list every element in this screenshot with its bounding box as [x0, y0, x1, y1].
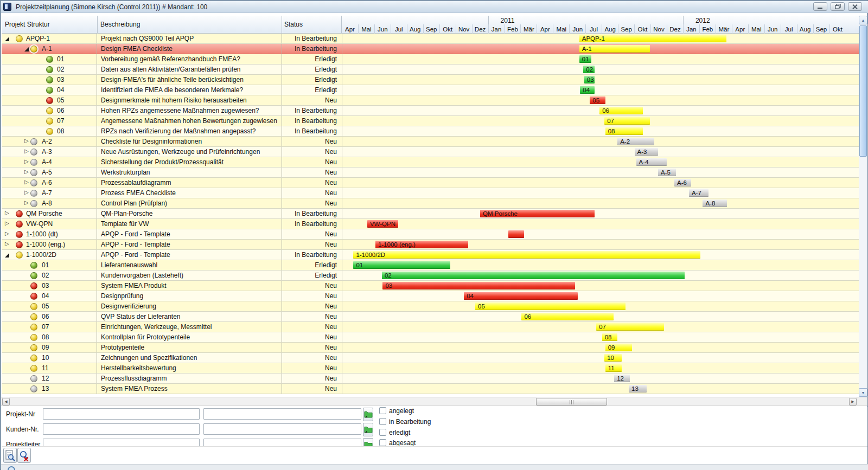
gantt-bar-10[interactable]: 10 — [604, 354, 621, 362]
scroll-down-button[interactable]: ▼ — [859, 388, 867, 397]
gantt-bar-1-1000-dt-[interactable] — [508, 230, 524, 238]
table-row-06[interactable]: 06QVP Status der LieferantenNeu06 — [2, 312, 859, 322]
gantt-bar-08[interactable]: 08 — [605, 127, 643, 135]
gantt-bar-1-1000-eng-[interactable]: 1-1000 (eng.) — [375, 241, 468, 248]
vertical-scrollbar-thumb[interactable] — [859, 25, 867, 157]
minimize-button[interactable] — [813, 2, 827, 11]
column-header-beschreibung[interactable]: Beschreibung — [100, 21, 140, 28]
column-header-status[interactable]: Status — [284, 21, 303, 28]
gantt-bar-05[interactable]: 05 — [475, 302, 626, 310]
table-row-03[interactable]: 03System FMEA ProduktNeu03 — [2, 281, 859, 291]
table-row-vw-qpn[interactable]: ▷VW-QPNTemplate für VWIn BearbeitungVW-Q… — [2, 219, 859, 229]
scroll-left-button[interactable]: ◀ — [2, 398, 10, 405]
table-row-05[interactable]: 05DesignverifizierungNeu05 — [2, 301, 859, 312]
gantt-bar-07[interactable]: 07 — [604, 117, 650, 125]
expand-toggle-icon[interactable]: ▷ — [5, 230, 9, 236]
table-row-a-1[interactable]: A-1Design FMEA ChecklisteIn BearbeitungA… — [2, 44, 859, 54]
table-row-04[interactable]: 04DesignprüfungNeu04 — [2, 291, 859, 301]
table-row-apqp-1[interactable]: APQP-1Projekt nach QS9000 Teil APQPIn Be… — [2, 34, 859, 44]
table-row-a-8[interactable]: ▷A-8Control Plan (Prüfplan)NeuA-8 — [2, 198, 859, 209]
expand-toggle-icon[interactable]: ▷ — [5, 210, 9, 216]
table-row-01[interactable]: 01Vorbereitung gemäß Referenzhandbuch FM… — [2, 54, 859, 65]
gantt-bar-07[interactable]: 07 — [596, 323, 663, 331]
checkbox-in-bearbeitung[interactable] — [379, 418, 386, 425]
table-row-1-1000-2d[interactable]: 1-1000/2DAPQP - Ford - TemplateIn Bearbe… — [2, 250, 859, 260]
table-row-1-1000-dt-[interactable]: ▷1-1000 (dt)APQP - Ford - TemplateNeu — [2, 229, 859, 240]
expand-toggle-icon[interactable]: ▷ — [24, 138, 29, 144]
gantt-bar-08[interactable]: 08 — [602, 333, 617, 341]
column-header-struktur[interactable]: Projekt Struktur — [5, 21, 50, 28]
table-row-09[interactable]: 09PrototypenteileNeu09 — [2, 343, 859, 353]
table-row-qm-porsche[interactable]: ▷QM PorscheQM-Plan-PorscheIn Bearbeitung… — [2, 209, 859, 219]
checkbox-angelegt[interactable] — [379, 407, 386, 414]
table-row-a-2[interactable]: ▷A-2Checkliste für DesigninformationenNe… — [2, 137, 859, 147]
table-row-08[interactable]: 08Kontrollplan für PrototypenteileNeu08 — [2, 332, 859, 343]
table-row-01[interactable]: 01LieferantenauswahlErledigt01 — [2, 260, 859, 271]
expand-toggle-icon[interactable]: ▷ — [5, 220, 9, 226]
column-divider[interactable] — [282, 16, 282, 34]
gantt-bar-03[interactable]: 03 — [382, 282, 575, 289]
table-row-03[interactable]: 03Design-FMEA's für ähnliche Teile berüc… — [2, 75, 859, 85]
clear-search-button[interactable] — [17, 448, 31, 463]
gantt-bar-a-6[interactable]: A-6 — [674, 179, 691, 186]
gantt-bar-02[interactable]: 02 — [583, 66, 595, 73]
expand-toggle-icon[interactable]: ▷ — [24, 169, 29, 175]
table-row-a-6[interactable]: ▷A-6ProzessablaufdiagrammNeuA-6 — [2, 178, 859, 188]
table-row-12[interactable]: 12ProzessflussdiagrammNeu12 — [2, 374, 859, 384]
table-row-04[interactable]: 04Identifiziert die FMEA die besonderen … — [2, 85, 859, 95]
collapse-toggle-icon[interactable] — [5, 37, 9, 41]
gantt-bar-13[interactable]: 13 — [629, 385, 647, 392]
gantt-bar-03[interactable]: 03 — [584, 76, 595, 83]
search-button[interactable] — [3, 448, 17, 463]
close-button[interactable] — [848, 2, 862, 11]
expand-toggle-icon[interactable]: ▷ — [24, 148, 29, 154]
table-row-06[interactable]: 06Hohen RPZs angemessene Maßnahmen zugew… — [2, 106, 859, 116]
collapse-toggle-icon[interactable] — [5, 253, 9, 257]
table-row-a-5[interactable]: ▷A-5WerkstrukturplanNeuA-5 — [2, 168, 859, 178]
restore-button[interactable] — [831, 2, 845, 11]
expand-toggle-icon[interactable]: ▷ — [24, 179, 29, 185]
table-row-07[interactable]: 07Angemessene Maßnahmen hohen Bewertunge… — [2, 116, 859, 126]
expand-toggle-icon[interactable]: ▷ — [5, 241, 9, 247]
gantt-bar-09[interactable]: 09 — [605, 344, 632, 351]
table-row-02[interactable]: 02Daten aus alten Aktivitäten/Garantiefä… — [2, 65, 859, 75]
table-row-11[interactable]: 11HerstellbarkeitsbewertungNeu11 — [2, 363, 859, 374]
projekt-nr-input-2[interactable] — [203, 408, 361, 420]
gantt-bar-01[interactable]: 01 — [579, 55, 591, 63]
table-row-05[interactable]: 05Designmerkmale mit hohem Risiko heraus… — [2, 95, 859, 106]
gantt-bar-05[interactable]: 05 — [590, 96, 605, 104]
gantt-bar-a-2[interactable]: A-2 — [617, 138, 654, 145]
horizontal-scrollbar[interactable]: ◀ ▶ — [1, 397, 867, 406]
gantt-bar-vw-qpn[interactable]: VW-QPN — [367, 220, 398, 228]
gantt-bar-a-8[interactable]: A-8 — [703, 199, 727, 207]
gantt-bar-11[interactable]: 11 — [605, 364, 622, 372]
gantt-bar-01[interactable]: 01 — [353, 261, 450, 269]
gantt-bar-06[interactable]: 06 — [599, 107, 642, 114]
table-row-a-4[interactable]: ▷A-4Sicherstellung der Produkt/Prozessqu… — [2, 157, 859, 168]
table-row-08[interactable]: 08RPZs nach Verifizierung der Maßnahmen … — [2, 126, 859, 137]
gantt-bar-04[interactable]: 04 — [580, 86, 595, 94]
gantt-bar-a-4[interactable]: A-4 — [636, 158, 667, 166]
expand-toggle-icon[interactable]: ▷ — [24, 189, 29, 195]
column-divider[interactable] — [97, 16, 98, 34]
expand-toggle-icon[interactable]: ▷ — [24, 199, 29, 205]
projekt-nr-lookup-button[interactable] — [363, 408, 373, 421]
checkbox-erledigt[interactable] — [379, 429, 386, 436]
gantt-bar-12[interactable]: 12 — [614, 375, 629, 382]
scroll-up-button[interactable]: ▲ — [859, 16, 867, 24]
expand-toggle-icon[interactable]: ▷ — [24, 158, 29, 164]
gantt-bar-a-5[interactable]: A-5 — [658, 169, 676, 176]
kunden-nr-input[interactable] — [43, 423, 200, 435]
kunden-nr-input-2[interactable] — [203, 423, 361, 435]
table-row-07[interactable]: 07Einrichtungen, Werkzeuge, MessmittelNe… — [2, 322, 859, 332]
table-row-10[interactable]: 10Zeichnungen und SpezifikationenNeu10 — [2, 353, 859, 363]
checkbox-abgesagt[interactable] — [379, 439, 386, 446]
vertical-scrollbar[interactable]: ▲ ▼ — [859, 16, 867, 397]
collapse-toggle-icon[interactable] — [24, 47, 29, 51]
gantt-bar-a-1[interactable]: A-1 — [579, 45, 650, 53]
scroll-right-button[interactable]: ▶ — [849, 398, 857, 405]
gantt-bar-1-1000-2d[interactable]: 1-1000/2D — [353, 251, 700, 259]
table-row-a-3[interactable]: ▷A-3Neue Ausrüstungen, Werkzeuge und Prü… — [2, 147, 859, 157]
gantt-bar-06[interactable]: 06 — [521, 313, 613, 320]
gantt-bar-a-7[interactable]: A-7 — [689, 189, 709, 197]
